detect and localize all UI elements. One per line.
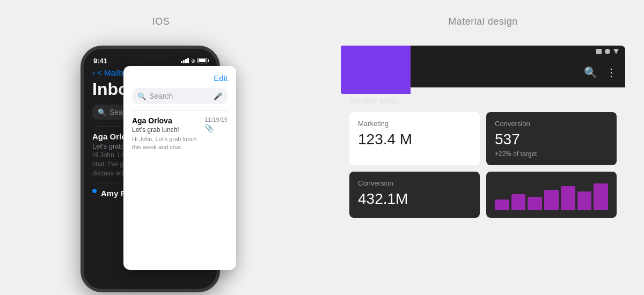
compose-search-icon: 🔍	[137, 92, 146, 100]
chart-bar	[594, 183, 608, 210]
material-more-icon[interactable]: ⋮	[606, 66, 617, 79]
material-label: Material design	[448, 16, 518, 27]
wifi-icon: ⊛	[191, 58, 195, 64]
compose-search-bar[interactable]: 🔍 Search 🎤	[132, 88, 228, 104]
chart-bar	[528, 197, 542, 210]
marketing-card: Marketing 123.4 M	[349, 112, 480, 165]
compose-email-item[interactable]: Aga Orlova Let's grab lunch! Hi John, Le…	[132, 110, 228, 157]
compose-email-subject: Let's grab lunch!	[132, 126, 204, 134]
conversion-card-top: Conversion 537 +22% of target	[486, 112, 617, 165]
chart-bar	[511, 194, 526, 210]
battery-icon	[197, 58, 207, 63]
stats-row-2: Conversion 432.1M	[349, 172, 617, 218]
ios-label: IOS	[152, 16, 170, 27]
material-panel: Material design Analytics 🔍 ⋮	[322, 0, 644, 295]
compose-mic-icon: 🎤	[214, 92, 222, 100]
conversion-bottom-label: Conversion	[358, 179, 471, 187]
search-icon: 🔍	[98, 108, 106, 116]
chart-bar	[561, 186, 575, 210]
compose-email-date: 11/19/19	[204, 116, 228, 123]
compose-search-placeholder: Search	[149, 92, 210, 100]
compose-edit-button[interactable]: Edit	[214, 73, 228, 83]
unread-dot-2	[92, 189, 97, 193]
ios-phone: 9:41 ⊛ ‹ < M	[80, 40, 241, 295]
chart-bar	[544, 190, 559, 210]
chart-card	[486, 172, 617, 218]
conversion-top-label: Conversion	[495, 120, 608, 128]
marketing-value: 123.4 M	[358, 131, 471, 148]
chart-bar	[495, 200, 509, 210]
conversion-top-value: 537	[495, 131, 608, 148]
marketing-label: Marketing	[358, 120, 471, 128]
chart-bar	[577, 191, 592, 210]
material-device: Analytics 🔍 ⋮ Weekly stats Marketing 123…	[341, 46, 625, 271]
attachment-icon: 📎	[204, 124, 228, 132]
conversion-top-subtitle: +22% of target	[495, 150, 608, 158]
conversion-card-bottom: Conversion 432.1M	[349, 172, 480, 218]
signal-bars-icon	[181, 58, 189, 63]
ios-compose-panel: Edit 🔍 Search 🎤 Aga Orlova Let's grab lu…	[123, 66, 236, 270]
conversion-bottom-value: 432.1M	[358, 190, 471, 208]
purple-overlay	[341, 46, 411, 94]
compose-email-sender: Aga Orlova	[132, 116, 204, 125]
compose-header: Edit	[132, 73, 228, 83]
weekly-stats-label: Weekly stats	[349, 96, 617, 106]
material-search-icon[interactable]: 🔍	[584, 66, 597, 79]
mat-status-triangle-icon	[613, 49, 619, 54]
mat-status-square-icon	[596, 49, 602, 54]
compose-email-preview: Hi John, Let's grab lunch this week and …	[132, 135, 204, 152]
mat-status-circle-icon	[605, 49, 610, 54]
status-icons: ⊛	[181, 58, 207, 64]
material-content: Weekly stats Marketing 123.4 M Conversio…	[341, 87, 625, 271]
status-time: 9:41	[93, 57, 107, 65]
mini-bar-chart	[495, 183, 608, 210]
stats-row-1: Marketing 123.4 M Conversion 537 +22% of…	[349, 112, 617, 165]
ios-panel: IOS 9:41 ⊛	[0, 0, 322, 295]
phone-notch	[126, 49, 174, 61]
